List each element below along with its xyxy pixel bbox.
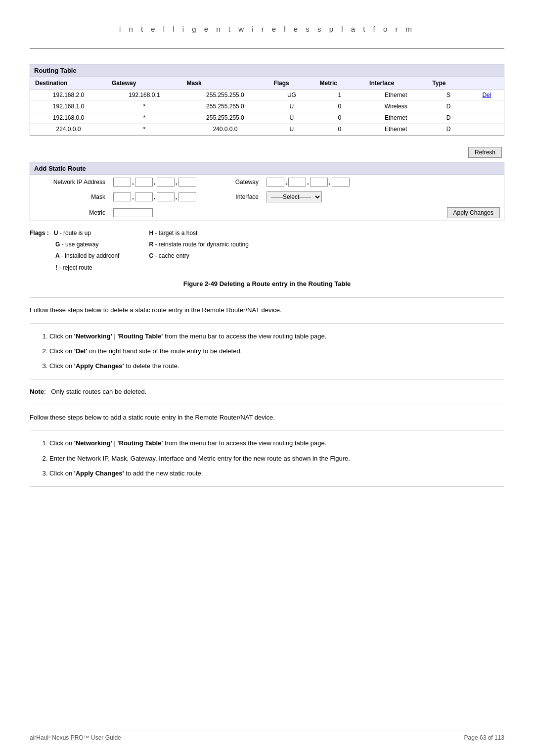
routing-table-section: Routing Table Destination Gateway Mask F…: [30, 64, 504, 136]
add-step1-bold2: 'Routing Table': [117, 439, 163, 447]
footer-right: Page 63 of 113: [464, 734, 504, 741]
table-row: 224.0.0.0*240.0.0.0U0EthernetD: [30, 124, 504, 135]
cell-destination: 192.168.1.0: [30, 101, 107, 112]
footer: airHaul² Nexus PRO™ User Guide Page 63 o…: [30, 730, 504, 741]
col-gateway: Gateway: [107, 77, 182, 90]
flag-excl: ! - reject route: [30, 263, 119, 273]
flag-h: H - target is a host: [149, 229, 248, 238]
cell-type: D: [427, 124, 470, 135]
cell-del: [470, 101, 504, 112]
gateway-label: Gateway: [218, 175, 263, 189]
add-step1-bold1: 'Networking': [74, 439, 112, 447]
gateway-ip-4[interactable]: [332, 178, 350, 187]
step1-bold2: 'Routing Table': [117, 332, 163, 340]
add-step-1: Click on 'Networking' | 'Routing Table' …: [49, 438, 504, 449]
divider-1: [30, 297, 504, 298]
cell-interface: Ethernet: [364, 112, 427, 124]
delete-step-1: Click on 'Networking' | 'Routing Table' …: [49, 331, 504, 342]
cell-interface: Wireless: [364, 101, 427, 112]
cell-type: S: [427, 90, 470, 101]
cell-flags: UG: [268, 90, 314, 101]
add-static-route-title: Add Static Route: [30, 162, 504, 175]
cell-destination: 192.168.0.0: [30, 112, 107, 124]
cell-mask: 255.255.255.0: [182, 101, 269, 112]
divider-2: [30, 323, 504, 324]
body-text-2: Follow these steps below to add a static…: [30, 413, 504, 423]
footer-left: airHaul² Nexus PRO™ User Guide: [30, 734, 121, 741]
refresh-button[interactable]: Refresh: [468, 147, 502, 158]
gateway-ip-3[interactable]: [310, 178, 328, 187]
cell-mask: 255.255.255.0: [182, 90, 269, 101]
add-step3-bold1: 'Apply Changes': [74, 470, 124, 477]
mask-ip-4[interactable]: [178, 192, 196, 201]
divider-6: [30, 486, 504, 487]
col-interface: Interface: [364, 77, 427, 90]
cell-del: Del: [470, 90, 504, 101]
cell-metric: 0: [315, 124, 365, 135]
mask-ip-input-group: . . .: [113, 192, 196, 201]
header-title: i n t e l l i g e n t w i r e l e s s p …: [119, 25, 415, 33]
apply-changes-button[interactable]: Apply Changes: [447, 207, 500, 218]
metric-label: Metric: [30, 205, 109, 221]
col-metric: Metric: [315, 77, 365, 90]
metric-input[interactable]: [113, 208, 153, 217]
cell-type: D: [427, 101, 470, 112]
cell-mask: 255.255.255.0: [182, 112, 269, 124]
cell-flags: U: [268, 112, 314, 124]
mask-ip-1[interactable]: [113, 192, 131, 201]
step3-bold1: 'Apply Changes': [74, 362, 124, 370]
col-del: [470, 77, 504, 90]
note-text: Only static routes can be deleted.: [51, 388, 146, 395]
add-step-2: Enter the Network IP, Mask, Gateway, Int…: [49, 453, 504, 464]
interface-label: Interface: [218, 189, 263, 205]
step1-bold1: 'Networking': [74, 332, 112, 340]
delete-link[interactable]: Del: [482, 92, 491, 98]
col-flags: Flags: [268, 77, 314, 90]
refresh-row: Refresh: [30, 143, 504, 162]
gateway-ip-2[interactable]: [288, 178, 306, 187]
mask-ip-2[interactable]: [135, 192, 153, 201]
divider-3: [30, 379, 504, 379]
routing-table: Destination Gateway Mask Flags Metric In…: [30, 77, 504, 135]
network-ip-input-group: . . .: [113, 178, 196, 187]
cell-type: D: [427, 112, 470, 124]
figure-caption: Figure 2-49 Deleting a Route entry in th…: [30, 280, 504, 287]
delete-step-2: Click on 'Del' on the right hand side of…: [49, 346, 504, 357]
network-ip-4[interactable]: [178, 178, 196, 187]
mask-ip-3[interactable]: [157, 192, 175, 201]
flag-a: A - installed by addrconf: [30, 251, 119, 261]
mask-label: Mask: [30, 189, 109, 205]
flags-right-col: H - target is a host R - reinstate route…: [149, 229, 248, 273]
network-ip-2[interactable]: [135, 178, 153, 187]
cell-del: [470, 112, 504, 124]
add-steps-list: Click on 'Networking' | 'Routing Table' …: [49, 438, 504, 478]
flag-u: Flags : U - route is up: [30, 229, 119, 238]
cell-interface: Ethernet: [364, 90, 427, 101]
flag-r: R - reinstate route for dynamic routing: [149, 240, 248, 249]
delete-steps-list: Click on 'Networking' | 'Routing Table' …: [49, 331, 504, 372]
cell-gateway: 192.168.0.1: [107, 90, 182, 101]
network-ip-3[interactable]: [157, 178, 175, 187]
interface-select[interactable]: ——Select—— Ethernet Wireless: [267, 191, 322, 202]
network-ip-1[interactable]: [113, 178, 131, 187]
network-ip-label: Network IP Address: [30, 175, 109, 189]
note-label: Note: [30, 388, 44, 395]
gateway-ip-1[interactable]: [267, 178, 284, 187]
col-type: Type: [427, 77, 470, 90]
cell-destination: 192.168.2.0: [30, 90, 107, 101]
col-mask: Mask: [182, 77, 269, 90]
step2-bold1: 'Del': [74, 347, 87, 355]
cell-flags: U: [268, 101, 314, 112]
divider-5: [30, 430, 504, 430]
cell-metric: 1: [315, 90, 365, 101]
cell-metric: 0: [315, 112, 365, 124]
flags-left-col: Flags : U - route is up G - use gateway …: [30, 229, 119, 273]
table-row: 192.168.0.0*255.255.255.0U0EthernetD: [30, 112, 504, 124]
flags-legend: Flags : U - route is up G - use gateway …: [30, 229, 504, 273]
cell-gateway: *: [107, 101, 182, 112]
table-row: 192.168.2.0192.168.0.1255.255.255.0UG1Et…: [30, 90, 504, 101]
cell-interface: Ethernet: [364, 124, 427, 135]
cell-flags: U: [268, 124, 314, 135]
divider-4: [30, 405, 504, 405]
flag-c: C - cache entry: [149, 251, 248, 261]
